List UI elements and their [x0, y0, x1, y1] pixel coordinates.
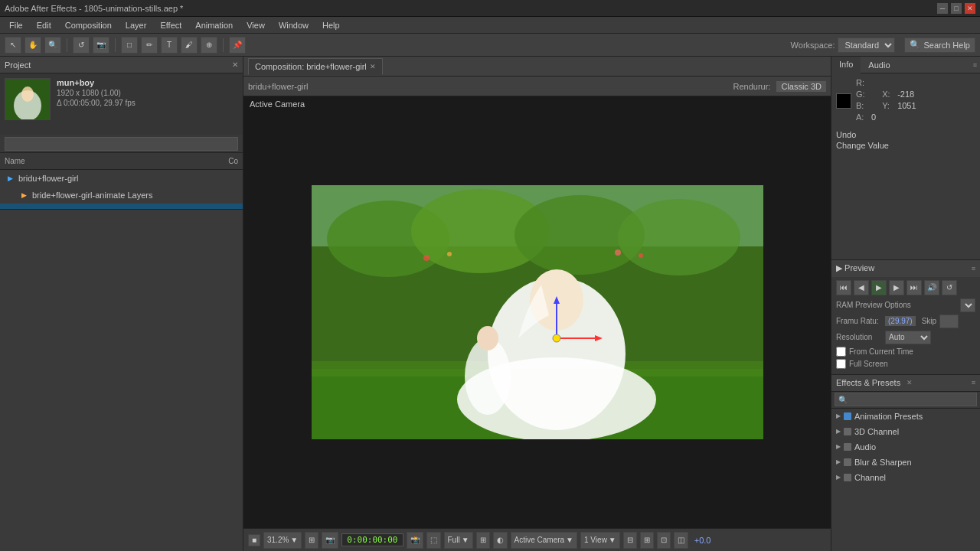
effects-close[interactable]: ✕ [906, 379, 913, 386]
view-options-3[interactable]: ⊡ [657, 532, 671, 549]
snapshot-btn[interactable]: 📷 [322, 532, 338, 549]
undo-button[interactable]: Undo [836, 130, 975, 139]
menu-view[interactable]: View [240, 19, 271, 31]
menu-animation[interactable]: Animation [189, 19, 239, 31]
comp-tab-close[interactable]: ✕ [370, 63, 376, 70]
step-fwd-btn[interactable]: ▶ [889, 280, 904, 295]
tool-camera[interactable]: 📷 [93, 37, 109, 54]
effect-item-label: Animation Presets [854, 412, 923, 421]
menu-composition[interactable]: Composition [59, 19, 118, 31]
loop-btn[interactable]: ↺ [942, 280, 957, 295]
view-options-2[interactable]: ⊞ [640, 532, 654, 549]
viewer-header: bridu+flower-girl Rendurur: Classic 3D [243, 77, 831, 96]
change-value-item[interactable]: Change Value [836, 141, 975, 150]
tool-pen[interactable]: ✏ [141, 37, 158, 54]
grid-btn[interactable]: ⊞ [476, 532, 490, 549]
tool-rect[interactable]: □ [121, 37, 138, 54]
prev-frame-btn[interactable]: ⏮ [836, 280, 851, 295]
view-options-1[interactable]: ⊟ [623, 532, 637, 549]
info-audio-tabs: Info Audio ≡ [831, 57, 980, 73]
project-search-input[interactable] [5, 137, 238, 151]
resolution-btn[interactable]: ■ [248, 534, 260, 546]
color-swatch[interactable] [836, 93, 851, 109]
from-current-label: From Current Time [849, 347, 913, 356]
main-layout: Project ✕ mun+boy 1920 x 1080 (1.00) Δ 0… [0, 57, 980, 551]
project-search-bar [0, 135, 243, 153]
effect-channel[interactable]: ▶ Channel [831, 470, 980, 485]
effect-item-label: Blur & Sharpen [854, 458, 912, 467]
timecode-display[interactable]: 0:00:00:00 [341, 533, 403, 546]
tool-pin[interactable]: 📌 [229, 37, 246, 54]
quality-dropdown[interactable]: Full ▼ [444, 532, 473, 549]
next-frame-btn[interactable]: ⏭ [906, 280, 922, 295]
zoom-dropdown[interactable]: 31.2% ▼ [263, 532, 302, 549]
menu-effect[interactable]: Effect [154, 19, 188, 31]
effect-animation-presets[interactable]: ▶ Animation Presets [831, 409, 980, 424]
project-item-bride-layers[interactable]: ▶ bride+flower-girl-animate Layers [0, 187, 243, 204]
project-item-size: 1920 x 1080 (1.00) [57, 89, 136, 97]
skip-input[interactable]: 0 [939, 315, 959, 328]
menu-file[interactable]: File [3, 19, 29, 31]
b-row: B: [856, 101, 876, 110]
preview-panel-menu[interactable]: ≡ [972, 265, 975, 272]
effects-search-input[interactable] [835, 393, 977, 406]
project-list-header: Name Co [0, 153, 243, 170]
menu-window[interactable]: Window [273, 19, 315, 31]
tool-rotate[interactable]: ↺ [73, 37, 90, 54]
view-dropdown[interactable]: 1 View ▼ [580, 532, 620, 549]
project-thumbnail [5, 78, 51, 120]
transparency-btn[interactable]: ⬚ [426, 532, 441, 549]
r-row: R: [856, 78, 876, 87]
search-icon: 🔍 [910, 40, 920, 50]
resolution-select[interactable]: Auto [885, 331, 931, 344]
frame-rate-value[interactable]: (29.97) [885, 316, 916, 326]
tool-zoom[interactable]: 🔍 [44, 37, 61, 54]
r-label: R: [856, 78, 871, 87]
ram-preset-select[interactable]: ▼ [960, 298, 975, 312]
play-btn[interactable]: ▶ [871, 280, 887, 295]
motion-blur-btn[interactable]: ◐ [493, 532, 508, 549]
minimize-button[interactable]: ─ [937, 3, 948, 14]
color-info-row: R: G: B: A: 0 [836, 78, 975, 124]
step-back-btn[interactable]: ◀ [854, 280, 869, 295]
tool-select[interactable]: ↖ [5, 37, 21, 54]
full-screen-checkbox[interactable] [836, 359, 846, 369]
search-help-box[interactable]: 🔍 Search Help [904, 37, 975, 53]
undo-section: Undo Change Value [836, 130, 975, 150]
toolbar-separator-3 [223, 38, 224, 52]
tool-brush[interactable]: 🖌 [181, 37, 198, 54]
workspace-select[interactable]: Standard [838, 37, 895, 53]
toolbar-separator-1 [67, 38, 67, 52]
maximize-button[interactable]: □ [951, 3, 962, 14]
close-button[interactable]: ✕ [965, 3, 975, 14]
effects-menu[interactable]: ≡ [972, 379, 975, 386]
composition-viewer[interactable] [312, 185, 763, 439]
audio-btn[interactable]: 🔊 [924, 280, 939, 295]
right-panel: Info Audio ≡ R: G: [831, 57, 980, 551]
fit-btn[interactable]: ⊞ [305, 532, 318, 549]
cam-snap-btn[interactable]: 📸 [407, 532, 423, 549]
panel-menu-icon[interactable]: ≡ [970, 61, 980, 69]
view-options-4[interactable]: ◫ [674, 532, 688, 549]
comp-tab-bride[interactable]: Composition: bride+flower-girl ✕ [248, 58, 383, 75]
project-item-man-boy[interactable]: ▶ mun+boy [0, 204, 243, 209]
menu-layer[interactable]: Layer [119, 19, 153, 31]
comp-icon: ▶ [5, 173, 15, 184]
tool-text[interactable]: T [161, 37, 178, 54]
effect-3d-channel[interactable]: ▶ 3D Channel [831, 424, 980, 439]
effect-audio[interactable]: ▶ Audio [831, 439, 980, 455]
menu-help[interactable]: Help [316, 19, 346, 31]
tab-audio[interactable]: Audio [861, 57, 897, 73]
project-panel-close[interactable]: ✕ [232, 60, 238, 69]
tool-stamp[interactable]: ⊕ [201, 37, 217, 54]
from-current-checkbox[interactable] [836, 347, 846, 357]
menu-edit[interactable]: Edit [31, 19, 57, 31]
effect-blur-sharpen[interactable]: ▶ Blur & Sharpen [831, 455, 980, 470]
project-item-bride-comp[interactable]: ▶ bridu+flower-girl [0, 170, 243, 187]
tab-info[interactable]: Info [831, 57, 861, 73]
renderer-value[interactable]: Classic 3D [776, 81, 826, 92]
effect-expand-arrow: ▶ [836, 443, 841, 450]
viewer-comp-name: bridu+flower-girl [248, 82, 309, 91]
camera-dropdown[interactable]: Active Camera ▼ [511, 532, 577, 549]
tool-hand[interactable]: ✋ [24, 37, 41, 54]
